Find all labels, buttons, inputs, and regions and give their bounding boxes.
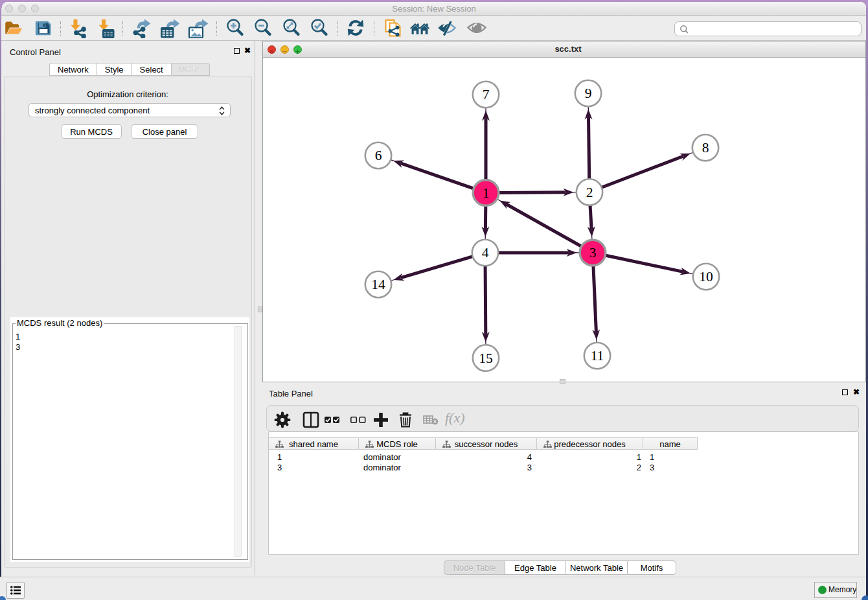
- svg-text:7: 7: [483, 87, 490, 102]
- svg-text:15: 15: [479, 351, 493, 366]
- svg-text:11: 11: [591, 348, 604, 363]
- svg-text:3: 3: [589, 245, 597, 260]
- svg-text:6: 6: [375, 148, 382, 163]
- svg-text:2: 2: [586, 185, 593, 200]
- svg-text:4: 4: [482, 245, 489, 260]
- svg-text:10: 10: [699, 269, 713, 284]
- svg-text:14: 14: [371, 277, 385, 292]
- svg-text:9: 9: [585, 86, 592, 101]
- svg-text:1: 1: [483, 185, 490, 201]
- svg-text:8: 8: [702, 140, 709, 156]
